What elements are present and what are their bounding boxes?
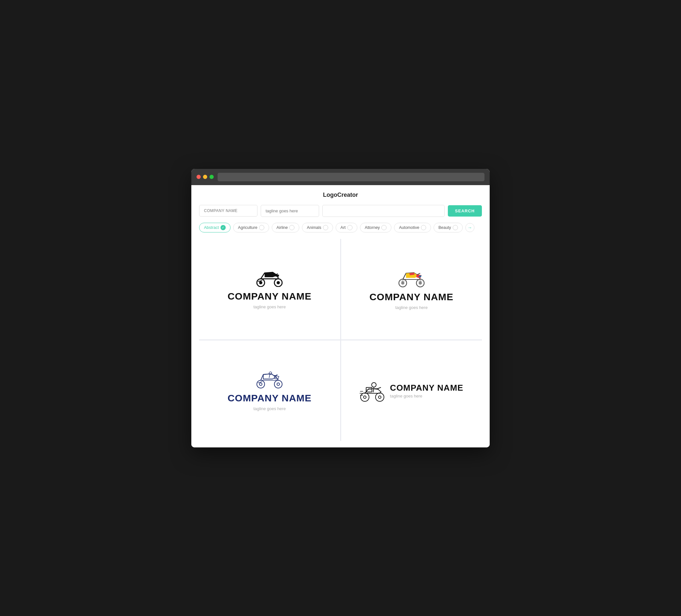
check-icon [347,225,353,230]
svg-point-18 [363,396,366,399]
logo-card-2[interactable]: COMPANY NAME tagline goes here [341,239,482,339]
logo-inner-3: COMPANY NAME tagline goes here [228,370,312,411]
extra-search-input[interactable] [322,205,445,217]
svg-point-20 [378,396,381,399]
search-button[interactable]: SEARCH [448,205,482,216]
svg-point-3 [277,281,280,284]
app-header: LogoCreator [199,191,482,199]
category-abstract[interactable]: Abstract ✓ [199,223,231,232]
logo-inner-4: COMPANY NAME tagline goes here [360,378,463,403]
category-label: Automotive [399,225,419,230]
scooter-delivery-icon [360,378,385,402]
app-title: LogoCreator [323,191,358,198]
svg-point-14 [274,380,282,388]
browser-window: LogoCreator SEARCH Abstract ✓ Agricultur… [191,169,490,447]
address-bar [218,173,484,181]
svg-point-17 [361,393,369,401]
logo-card-1[interactable]: COMPANY NAME tagline goes here [199,239,340,339]
company-name-input[interactable] [199,205,257,216]
check-icon [381,225,386,230]
category-label: Animals [307,225,321,230]
company-name-1: COMPANY NAME [228,291,312,302]
svg-point-12 [257,380,264,388]
motorcycle-color-icon [397,268,426,288]
next-categories-button[interactable]: → [465,223,474,232]
maximize-button[interactable] [209,175,214,179]
svg-point-13 [259,383,262,385]
company-name-4: COMPANY NAME [390,383,463,393]
company-name-2: COMPANY NAME [369,291,453,303]
logo-card-3[interactable]: COMPANY NAME tagline goes here [199,340,340,441]
svg-point-1 [259,281,262,284]
svg-point-21 [372,383,376,387]
category-label: Agriculture [238,225,257,230]
check-icon [323,225,328,230]
logo-card-4[interactable]: COMPANY NAME tagline goes here [341,340,482,441]
tagline-3: tagline goes here [253,406,286,411]
svg-point-19 [376,393,384,401]
category-label: Attorney [365,225,380,230]
close-button[interactable] [197,175,201,179]
search-bar: SEARCH [199,205,482,217]
motorcycle-black-icon [255,269,284,287]
category-bar: Abstract ✓ Agriculture Airline Animals A… [199,223,482,232]
category-attorney[interactable]: Attorney [360,223,392,232]
logo-grid: COMPANY NAME tagline goes here [199,239,482,441]
check-icon: ✓ [221,225,226,230]
svg-point-15 [277,383,280,385]
logo-text-part-4: COMPANY NAME tagline goes here [390,383,463,399]
category-label: Beauty [438,225,451,230]
check-icon [289,225,295,230]
motorcycle-outline-icon [255,370,284,389]
tagline-input[interactable] [261,205,319,217]
category-art[interactable]: Art [336,223,357,232]
category-beauty[interactable]: Beauty [434,223,463,232]
category-label: Art [340,225,346,230]
category-label: Abstract [204,225,219,230]
logo-inner-2: COMPANY NAME tagline goes here [369,268,453,310]
category-label: Airline [277,225,288,230]
browser-chrome [191,169,490,185]
tagline-1: tagline goes here [253,304,286,309]
traffic-lights [197,175,214,179]
category-animals[interactable]: Animals [302,223,333,232]
check-icon [453,225,458,230]
tagline-4: tagline goes here [390,393,463,399]
tagline-2: tagline goes here [395,305,428,310]
category-automotive[interactable]: Automotive [394,223,431,232]
minimize-button[interactable] [203,175,207,179]
category-agriculture[interactable]: Agriculture [233,223,269,232]
check-icon [421,225,426,230]
app-content: LogoCreator SEARCH Abstract ✓ Agricultur… [191,185,490,447]
company-name-3: COMPANY NAME [228,393,312,404]
logo-inner-1: COMPANY NAME tagline goes here [228,269,312,309]
check-icon [259,225,264,230]
category-airline[interactable]: Airline [272,223,300,232]
